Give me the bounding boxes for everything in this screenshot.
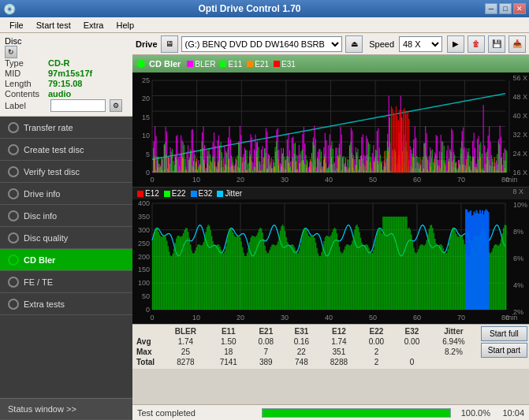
label-input[interactable]	[50, 99, 106, 112]
progress-bar	[263, 409, 450, 417]
sidebar-item-drive-info[interactable]: Drive info	[0, 183, 132, 205]
menubar: File Start test Extra Help	[0, 17, 529, 33]
save-button[interactable]: 📥	[509, 35, 526, 53]
drive-select[interactable]: (G:) BENQ DVD DD DW1640 BSRB	[181, 36, 343, 52]
chart-area: CD Bler BLER E11 E21 E31 56 X48 X40 X32 …	[132, 55, 529, 404]
stats-inner: BLER E11 E21 E31 E12 E22 E32 Jitter	[132, 325, 479, 369]
transfer-rate-label: Transfer rate	[24, 123, 73, 132]
disc-refresh-button[interactable]: ↻	[5, 46, 17, 58]
max-jitter: 8.2%	[430, 347, 478, 357]
menu-start-test[interactable]: Start test	[30, 19, 77, 32]
disc-quality-icon	[8, 232, 19, 243]
speed-label: Speed	[369, 39, 394, 49]
legend-e31: E31	[274, 60, 296, 69]
mid-label: MID	[5, 69, 48, 78]
stats-col-e22: E22	[359, 326, 394, 336]
sidebar-item-verify-test-disc[interactable]: Verify test disc	[0, 161, 132, 183]
verify-test-disc-icon	[8, 166, 19, 177]
top-chart-container: 56 X48 X40 X32 X24 X16 X8 X	[132, 72, 529, 187]
avg-e11: 1.50	[209, 336, 248, 347]
legend-e12: E12	[137, 189, 159, 198]
stats-col-e12: E12	[319, 326, 359, 336]
create-test-disc-icon	[8, 144, 19, 155]
stats-col-e31: E31	[284, 326, 319, 336]
stats-col-e11: E11	[209, 326, 248, 336]
max-e32	[394, 347, 430, 357]
start-buttons: Start full Start part	[479, 325, 529, 369]
legend-e32: E32	[191, 189, 213, 198]
fe-te-label: FE / TE	[24, 277, 53, 287]
total-e31: 748	[284, 357, 319, 367]
status-text: Test completed	[132, 408, 259, 418]
stats-row-total: Total 8278 7141 389 748 8288 2 0	[134, 357, 478, 367]
time-display: 10:04	[494, 408, 529, 418]
avg-e31: 0.16	[284, 336, 319, 347]
avg-bler: 1.74	[162, 336, 209, 347]
stats-col-jitter: Jitter	[430, 326, 478, 336]
minimize-button[interactable]: ─	[485, 3, 497, 14]
close-button[interactable]: ✕	[513, 3, 526, 14]
bottom-chart	[132, 199, 529, 324]
type-label: Type	[5, 58, 48, 68]
content-area: Drive 🖥 (G:) BENQ DVD DD DW1640 BSRB ⏏ S…	[132, 33, 529, 420]
sidebar-item-extra-tests[interactable]: Extra tests	[0, 293, 132, 315]
mid-value: 97m15s17f	[48, 69, 92, 78]
menu-file[interactable]: File	[3, 19, 30, 32]
drive-row: Drive 🖥 (G:) BENQ DVD DD DW1640 BSRB ⏏ S…	[132, 33, 529, 55]
sidebar: Disc ↻ Type CD-R MID 97m15s17f Length 79…	[0, 33, 132, 420]
sidebar-item-create-test-disc[interactable]: Create test disc	[0, 139, 132, 161]
sidebar-item-fe-te[interactable]: FE / TE	[0, 271, 132, 293]
status-window-button[interactable]: Status window >>	[0, 398, 132, 420]
menu-help[interactable]: Help	[110, 19, 140, 32]
bottom-chart-legend: E12 E22 E32 Jitter	[132, 187, 529, 199]
type-value: CD-R	[48, 58, 70, 68]
stats-col-bler: BLER	[162, 326, 209, 336]
max-e21: 7	[248, 347, 284, 357]
transfer-rate-icon	[8, 122, 19, 133]
stats-header-row: BLER E11 E21 E31 E12 E22 E32 Jitter	[134, 326, 478, 336]
cd-bler-icon	[8, 255, 19, 266]
total-e12: 8288	[319, 357, 359, 367]
total-e22: 2	[359, 357, 394, 367]
status-window-label: Status window >>	[8, 404, 76, 414]
sidebar-item-disc-quality[interactable]: Disc quality	[0, 227, 132, 249]
stats-bar: BLER E11 E21 E31 E12 E22 E32 Jitter	[132, 324, 529, 369]
length-value: 79:15.08	[48, 79, 82, 88]
speed-select[interactable]: 48 X	[399, 36, 442, 52]
extra-tests-icon	[8, 299, 19, 310]
cd-bler-label: CD Bler	[24, 255, 55, 265]
label-refresh-button[interactable]: ⚙	[110, 99, 122, 112]
burn-button[interactable]: 💾	[488, 35, 505, 53]
stats-row-avg: Avg 1.74 1.50 0.08 0.16 1.74 0.00 0.00 6…	[134, 336, 478, 347]
avg-label: Avg	[134, 336, 162, 347]
start-part-button[interactable]: Start part	[481, 343, 527, 358]
sidebar-item-cd-bler[interactable]: CD Bler	[0, 249, 132, 271]
bottom-chart-y-axis-right: 10%8%6%4%2%	[513, 201, 527, 316]
start-full-button[interactable]: Start full	[481, 326, 527, 341]
stats-table: BLER E11 E21 E31 E12 E22 E32 Jitter	[134, 326, 478, 367]
avg-e32: 0.00	[394, 336, 430, 347]
sidebar-item-transfer-rate[interactable]: Transfer rate	[0, 117, 132, 139]
sidebar-item-disc-info[interactable]: Disc info	[0, 205, 132, 227]
drive-info-label: Drive info	[24, 189, 60, 199]
speed-apply-button[interactable]: ▶	[447, 35, 464, 53]
max-label: Max	[134, 347, 162, 357]
stats-row-max: Max 25 18 7 22 351 2 8.2%	[134, 347, 478, 357]
avg-e21: 0.08	[248, 336, 284, 347]
legend-e11: E11	[220, 60, 242, 69]
total-label: Total	[134, 357, 162, 367]
disc-label: Disc	[5, 36, 21, 46]
chart-title: CD Bler	[149, 59, 181, 69]
fe-te-icon	[8, 277, 19, 288]
maximize-button[interactable]: □	[499, 3, 512, 14]
disc-section: Disc ↻ Type CD-R MID 97m15s17f Length 79…	[0, 33, 132, 117]
legend-e21: E21	[247, 60, 269, 69]
eject-button[interactable]: ⏏	[345, 35, 363, 53]
total-e11: 7141	[209, 357, 248, 367]
disc-quality-label: Disc quality	[24, 233, 68, 243]
drive-icon-button[interactable]: 🖥	[161, 35, 178, 53]
legend-bler: BLER	[187, 60, 215, 69]
menu-extra[interactable]: Extra	[77, 19, 110, 32]
erase-button[interactable]: 🗑	[468, 35, 485, 53]
disc-info-label: Disc info	[24, 211, 57, 221]
